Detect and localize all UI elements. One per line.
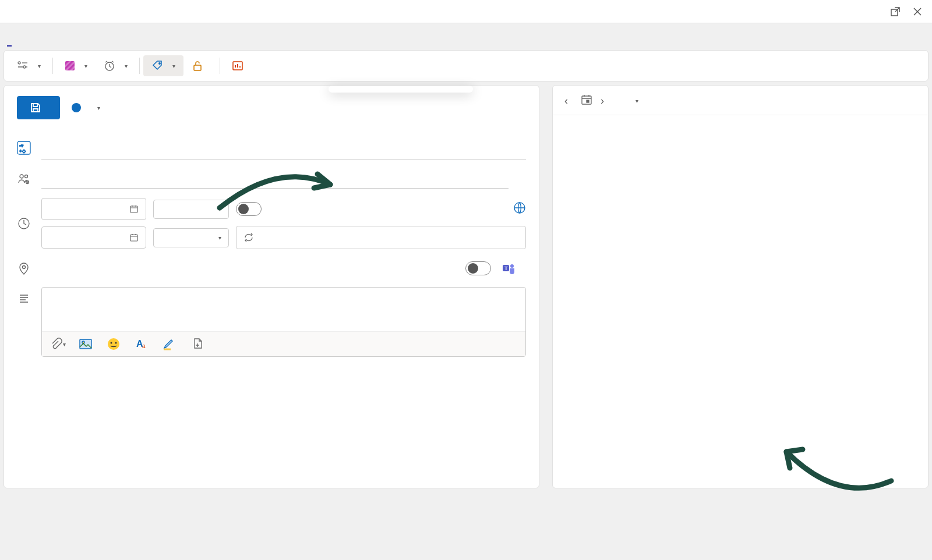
timezone-icon[interactable] <box>513 201 526 217</box>
end-date-field[interactable] <box>41 226 146 249</box>
svg-rect-24 <box>80 339 91 349</box>
teams-toggle[interactable] <box>465 261 491 275</box>
svg-text:T: T <box>504 265 508 271</box>
busy-status-button[interactable]: ▾ <box>57 56 96 76</box>
event-title-input[interactable] <box>41 136 526 160</box>
calendar-icon <box>129 204 139 214</box>
divider <box>52 58 53 74</box>
highlighter-icon[interactable] <box>163 338 176 350</box>
response-options-button[interactable]: ▾ <box>9 56 49 75</box>
chevron-down-icon: ▾ <box>125 63 128 69</box>
day-calendar-panel: ‹ › ▾ <box>552 85 929 488</box>
chevron-down-icon: ▾ <box>97 105 100 111</box>
svg-rect-8 <box>194 65 201 70</box>
chevron-down-icon: ▾ <box>636 98 638 104</box>
tab-event[interactable] <box>7 37 12 47</box>
all-day-toggle[interactable] <box>236 202 262 216</box>
chevron-down-icon: ▾ <box>84 63 87 69</box>
svg-rect-19 <box>130 235 137 241</box>
clock-icon <box>17 217 31 230</box>
repeat-icon <box>243 232 254 243</box>
chevron-down-icon: ▾ <box>38 63 41 69</box>
divider <box>139 58 140 74</box>
categorize-button[interactable]: ▾ <box>143 55 183 76</box>
svg-rect-17 <box>130 206 137 212</box>
svg-point-27 <box>111 342 112 344</box>
svg-rect-4 <box>65 61 75 70</box>
svg-rect-32 <box>587 100 589 102</box>
svg-point-26 <box>108 338 119 350</box>
titlebar <box>0 0 932 23</box>
text-format-icon[interactable]: Aa <box>135 338 148 350</box>
description-field[interactable]: ▾ Aa <box>41 287 526 357</box>
popout-icon[interactable] <box>890 6 901 17</box>
next-day-button[interactable]: › <box>601 95 609 107</box>
calendar-date-label[interactable]: ▾ <box>631 98 638 104</box>
location-input[interactable] <box>41 258 455 278</box>
divider <box>220 58 220 74</box>
svg-text:+◇: +◇ <box>19 148 26 154</box>
image-icon[interactable] <box>79 338 92 350</box>
tab-scheduling[interactable] <box>29 38 34 47</box>
start-date-field[interactable] <box>41 198 146 220</box>
insert-icon[interactable] <box>191 338 204 350</box>
attendees-input[interactable] <box>41 169 509 189</box>
svg-point-2 <box>23 66 26 68</box>
scheduling-poll-button[interactable] <box>224 55 256 76</box>
save-icon <box>30 102 41 114</box>
chevron-down-icon: ▾ <box>218 206 221 212</box>
description-icon <box>17 293 31 304</box>
time-grid[interactable] <box>553 115 928 488</box>
close-icon[interactable] <box>912 6 923 17</box>
svg-point-14 <box>25 175 28 178</box>
start-time-field[interactable]: ▾ <box>153 200 229 219</box>
emoji-picker-icon[interactable]: ◦♥+◇ <box>17 140 31 155</box>
save-button[interactable] <box>17 96 60 119</box>
description-toolbar: ▾ Aa <box>42 331 525 356</box>
emoji-icon[interactable] <box>107 338 120 350</box>
chevron-down-icon: ▾ <box>172 63 175 69</box>
chevron-down-icon: ▾ <box>218 235 221 241</box>
svg-point-20 <box>23 265 26 268</box>
private-button[interactable] <box>183 55 216 76</box>
svg-point-23 <box>510 264 514 268</box>
calendar-color-dot <box>72 103 81 112</box>
location-icon <box>17 262 31 275</box>
event-form-panel: ▾ ◦♥+◇ <box>3 85 539 488</box>
svg-text:a: a <box>142 343 146 349</box>
prev-day-button[interactable]: ‹ <box>564 95 573 107</box>
repeat-field[interactable] <box>236 226 526 249</box>
calendar-icon <box>129 233 139 242</box>
teams-icon: T <box>502 261 516 275</box>
attendees-icon <box>17 172 31 185</box>
svg-text:◦♥: ◦♥ <box>19 143 24 148</box>
svg-point-7 <box>159 63 160 64</box>
tab-nav <box>0 23 932 47</box>
svg-point-13 <box>20 175 23 178</box>
date-picker-icon[interactable] <box>581 94 592 108</box>
reminder-button[interactable]: ▾ <box>96 55 136 76</box>
categorize-dropdown <box>329 86 473 93</box>
ribbon-toolbar: ▾ ▾ ▾ ▾ <box>3 50 929 81</box>
calendar-picker[interactable]: ▾ <box>72 103 100 112</box>
end-time-field[interactable]: ▾ <box>153 228 229 247</box>
svg-point-28 <box>115 342 117 344</box>
attach-icon[interactable]: ▾ <box>51 338 64 350</box>
svg-point-1 <box>18 62 20 64</box>
